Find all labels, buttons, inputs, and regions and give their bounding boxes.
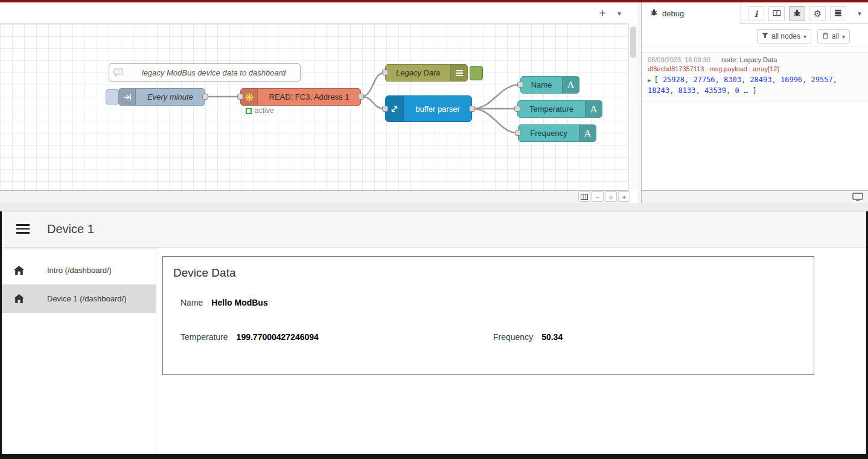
tab-debug-label: debug [662, 9, 684, 18]
book-icon [773, 8, 781, 19]
nav-item-intro[interactable]: Intro (/dashboard/) [2, 256, 156, 284]
port-in-frequency[interactable] [515, 130, 521, 136]
nav-item-label: Intro (/dashboard/) [47, 266, 112, 275]
config-tab-button[interactable]: ⚙ [809, 6, 826, 21]
buffer-parser-label: buffer parser [404, 104, 471, 114]
debug-payload-array: [ 25928, 27756, 8303, 28493, 16996, 2955… [648, 75, 837, 95]
ui-text-frequency-node[interactable]: Frequency A [518, 124, 596, 142]
scrollbar-thumb[interactable] [630, 27, 636, 58]
database-icon [834, 8, 842, 19]
dashboard-header: Device 1 [2, 211, 866, 248]
bug-icon [793, 8, 801, 19]
menu-icon[interactable] [16, 224, 30, 236]
debug-node[interactable]: Legacy Data [385, 64, 468, 82]
modbus-gear-icon [241, 89, 258, 105]
debug-node-label: Legacy Data [386, 68, 450, 77]
debug-list-icon [450, 65, 467, 81]
modbus-read-node[interactable]: READ: FC3, Address 1 [240, 88, 361, 106]
field-name-label: Name [180, 298, 203, 307]
text-widget-icon: A [579, 125, 596, 141]
caret-down-icon: ▾ [803, 33, 806, 40]
clear-messages-button[interactable]: all ▾ [817, 29, 850, 43]
dashboard-nav: Intro (/dashboard/) Device 1 (/dashboard… [2, 248, 156, 454]
filter-nodes-button[interactable]: all nodes ▾ [757, 29, 811, 43]
filter-nodes-label: all nodes [771, 32, 800, 40]
ui-text-frequency-label: Frequency [519, 129, 579, 138]
expand-array-caret-icon[interactable]: ▶ [648, 77, 651, 83]
field-name-value: Hello ModBus [211, 298, 267, 307]
port-in-debug[interactable] [382, 69, 388, 75]
field-temperature-label: Temperature [180, 332, 228, 342]
modbus-read-label: READ: FC3, Address 1 [258, 92, 360, 101]
nav-item-device-1[interactable]: Device 1 (/dashboard/) [2, 284, 156, 313]
debug-filter-bar: all nodes ▾ all ▾ [642, 24, 868, 47]
text-widget-icon: A [585, 101, 602, 117]
debug-sidebar: debug i ⚙ ▾ [642, 2, 868, 203]
workspace-footer: − ○ + [0, 190, 628, 203]
zoom-in-button[interactable]: + [618, 191, 630, 202]
device-data-card: Device Data Name Hello ModBus Temperatur… [162, 256, 814, 375]
buffer-parser-node[interactable]: buffer parser [385, 95, 472, 122]
sidebar-menu-caret-icon[interactable]: ▾ [852, 6, 867, 21]
debug-payload: ▶[ 25928, 27756, 8303, 28493, 16996, 295… [648, 75, 862, 96]
flow-list-caret-icon[interactable]: ▾ [612, 5, 627, 21]
field-temperature-value: 199.77000427246094 [237, 332, 319, 342]
bug-icon [650, 8, 658, 18]
inject-trigger-button[interactable] [106, 89, 119, 104]
canvas-scrollbar[interactable] [628, 24, 637, 190]
debug-message-meta: 08/09/2023, 16:09:30 node: Legacy Data [648, 56, 862, 63]
add-flow-button[interactable]: + [594, 5, 611, 21]
dashboard-window: Device 1 Intro (/dashboard/) Device 1 (/… [0, 211, 868, 459]
field-frequency-value: 50.34 [541, 332, 563, 342]
inject-node[interactable]: Every minute [118, 88, 205, 106]
window-divider [0, 203, 868, 211]
ui-text-temperature-label: Temperature [518, 104, 585, 114]
comment-label: legacy ModBus device data to dashboard [127, 68, 300, 77]
sidebar-footer [642, 190, 868, 203]
screen: + ▾ legacy ModBus device data to dashboa… [0, 0, 868, 459]
info-tab-button[interactable]: i [748, 6, 764, 21]
dashboard-title: Device 1 [47, 222, 94, 236]
dashboard-main: Device Data Name Hello ModBus Temperatur… [156, 248, 866, 454]
trash-icon [822, 32, 829, 41]
debug-enable-toggle[interactable] [470, 66, 483, 80]
field-frequency-label: Frequency [493, 332, 533, 342]
port-in-temperature[interactable] [514, 106, 520, 112]
comment-icon [109, 68, 127, 77]
nav-item-label: Device 1 (/dashboard/) [47, 294, 127, 303]
zoom-reset-button[interactable]: ○ [605, 191, 617, 202]
debug-source-node[interactable]: node: Legacy Data [721, 56, 777, 63]
port-in-name[interactable] [517, 82, 523, 88]
port-in-modbus[interactable] [237, 94, 243, 100]
help-tab-button[interactable] [768, 6, 785, 21]
port-out-inject[interactable] [202, 94, 208, 100]
port-out-modbus[interactable] [358, 94, 364, 100]
sidebar-resize-gutter[interactable] [637, 2, 642, 203]
debug-message-path: df8ecbd817357113 : msg.payload : array[1… [648, 65, 862, 72]
comment-node[interactable]: legacy ModBus device data to dashboard [109, 63, 301, 82]
ui-text-temperature-node[interactable]: Temperature A [517, 100, 602, 118]
debug-tab-button[interactable] [789, 6, 805, 21]
zoom-out-button[interactable]: − [592, 191, 604, 202]
port-in-buffer[interactable] [382, 106, 388, 112]
navigator-button[interactable] [578, 191, 590, 202]
port-out-buffer[interactable] [469, 106, 475, 112]
ui-text-name-node[interactable]: Name A [520, 76, 579, 94]
info-icon: i [755, 9, 758, 19]
funnel-icon [762, 32, 768, 40]
buffer-parser-icon [386, 96, 404, 121]
debug-timestamp: 08/09/2023, 16:09:30 [648, 56, 710, 63]
caret-down-icon: ▾ [842, 33, 845, 40]
ui-text-name-label: Name [521, 80, 562, 89]
tab-debug[interactable]: debug [642, 2, 741, 24]
inject-label: Every minute [136, 92, 205, 101]
debug-message[interactable]: 08/09/2023, 16:09:30 node: Legacy Data d… [642, 52, 868, 101]
open-window-icon[interactable] [852, 193, 863, 204]
inject-icon [119, 89, 136, 105]
context-tab-button[interactable] [830, 6, 846, 21]
text-widget-icon: A [562, 77, 579, 93]
node-status-text: active [255, 106, 273, 115]
flow-tab-bar: + ▾ [0, 2, 628, 24]
home-icon [13, 265, 25, 275]
sidebar-tab-bar: debug i ⚙ ▾ [642, 2, 868, 24]
